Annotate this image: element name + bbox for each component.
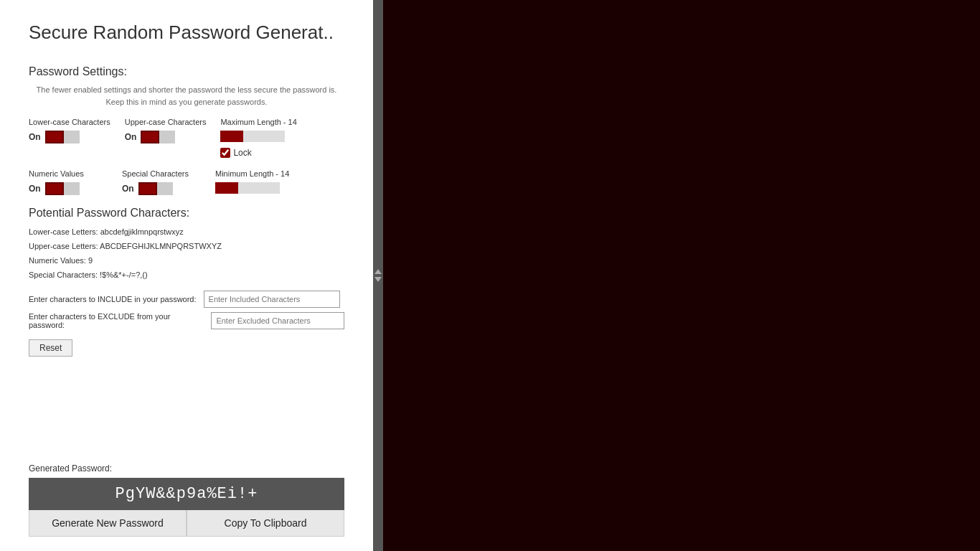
lowercase-label: Lower-case Characters xyxy=(29,118,110,126)
lowercase-chars-line: Lower-case Letters: abcdefgjiklmnpqrstwx… xyxy=(29,225,344,240)
exclude-input[interactable] xyxy=(211,312,344,329)
generated-label: Generated Password: xyxy=(29,463,344,474)
settings-info: The fewer enabled settings and shorter t… xyxy=(29,84,344,108)
min-length-slider[interactable] xyxy=(215,182,280,194)
special-chars-line: Special Characters: !$%&*+-/=?,() xyxy=(29,268,344,283)
lock-checkbox[interactable] xyxy=(220,148,230,158)
chars-info: Lower-case Letters: abcdefgjiklmnpqrstwx… xyxy=(29,225,344,282)
divider-arrow-up xyxy=(374,269,382,274)
lowercase-setting: Lower-case Characters On xyxy=(29,118,110,143)
min-length-label: Minimum Length - 14 xyxy=(215,169,289,178)
numeric-setting: Numeric Values On xyxy=(29,169,108,195)
app-title: Secure Random Password Generat.. xyxy=(29,22,344,44)
panel-divider[interactable] xyxy=(373,0,383,551)
reset-button[interactable]: Reset xyxy=(29,339,72,357)
special-label: Special Characters xyxy=(122,169,201,178)
include-input[interactable] xyxy=(204,291,340,308)
potential-chars-header: Potential Password Characters: xyxy=(29,207,344,220)
action-buttons: Generate New Password Copy To Clipboard xyxy=(29,510,344,537)
lock-label: Lock xyxy=(233,148,251,158)
max-length-slider[interactable] xyxy=(220,131,285,142)
exclude-row: Enter characters to EXCLUDE from your pa… xyxy=(29,312,344,329)
special-toggle[interactable] xyxy=(138,182,173,195)
numeric-toggle[interactable] xyxy=(45,182,80,195)
uppercase-label: Upper-case Characters xyxy=(125,118,207,126)
right-panel xyxy=(383,0,980,551)
max-length-setting: Maximum Length - 14 Lock xyxy=(220,118,296,158)
copy-button[interactable]: Copy To Clipboard xyxy=(187,510,344,537)
numeric-label: Numeric Values xyxy=(29,169,108,178)
divider-arrow-down xyxy=(374,277,382,282)
uppercase-toggle[interactable] xyxy=(141,131,175,143)
generate-button[interactable]: Generate New Password xyxy=(29,510,187,537)
left-panel: Secure Random Password Generat.. Passwor… xyxy=(0,0,373,551)
exclude-label: Enter characters to EXCLUDE from your pa… xyxy=(29,312,204,329)
password-settings-header: Password Settings: xyxy=(29,65,344,78)
include-row: Enter characters to INCLUDE in your pass… xyxy=(29,291,344,308)
special-setting: Special Characters On xyxy=(122,169,201,195)
min-length-setting: Minimum Length - 14 xyxy=(215,169,289,194)
numeric-chars-line: Numeric Values: 9 xyxy=(29,254,344,268)
lowercase-toggle[interactable] xyxy=(45,131,80,143)
uppercase-status: On xyxy=(125,132,137,142)
max-length-label: Maximum Length - 14 xyxy=(220,118,296,126)
password-settings-section: Password Settings: The fewer enabled set… xyxy=(29,65,344,195)
password-display: PgYW&&p9a%Ei!+ xyxy=(29,478,344,510)
uppercase-setting: Upper-case Characters On xyxy=(125,118,207,143)
potential-chars-section: Potential Password Characters: Lower-cas… xyxy=(29,207,344,357)
generated-section: Generated Password: PgYW&&p9a%Ei!+ Gener… xyxy=(29,463,344,537)
uppercase-chars-line: Upper-case Letters: ABCDEFGHIJKLMNPQRSTW… xyxy=(29,240,344,254)
special-status: On xyxy=(122,184,134,194)
lowercase-status: On xyxy=(29,132,41,142)
numeric-status: On xyxy=(29,184,41,194)
include-label: Enter characters to INCLUDE in your pass… xyxy=(29,295,197,303)
